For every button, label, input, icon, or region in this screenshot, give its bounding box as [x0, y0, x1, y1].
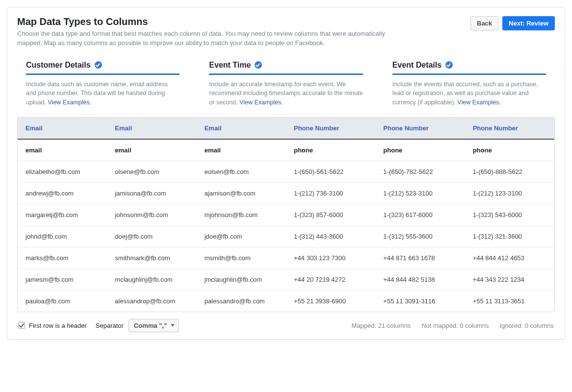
table-cell: 1-(323) 543-6000 — [465, 204, 554, 225]
view-examples-link[interactable]: View Examples. — [239, 99, 283, 106]
column-type-header[interactable]: Phone Number — [286, 118, 375, 139]
card-description: Include data such as customer name, emai… — [26, 80, 180, 107]
column-type-header[interactable]: Phone Number — [465, 118, 554, 139]
table-cell: +44 844 482 5138 — [375, 269, 465, 290]
table-cell: 1-(212) 123-3100 — [465, 182, 554, 204]
source-header-row: email email email phone phone phone — [18, 139, 554, 161]
separator-wrap: Separator Comma "," — [96, 319, 179, 332]
table-cell: 1-(650)-888-5622 — [465, 161, 554, 182]
table-cell: palessandro@fb.com — [197, 290, 286, 312]
view-examples-link[interactable]: View Examples. — [457, 99, 501, 106]
card-description: Include the events that occurred, such a… — [392, 80, 546, 107]
mapping-table: Email Email Email Phone Number Phone Num… — [18, 118, 554, 312]
info-cards-row: Customer Details Include data such as cu… — [17, 57, 555, 117]
table-row: jamesm@fb.commclaughlinj@fb.comjmclaughl… — [18, 269, 554, 290]
separator-value: Comma "," — [134, 322, 167, 329]
header-text: Map Data Types to Columns Choose the dat… — [17, 16, 390, 48]
table-row: elizabetho@fb.comolsene@fb.comeolsen@fb.… — [18, 161, 554, 182]
table-row: andrewj@fb.comjamisona@fb.comajamison@fb… — [18, 182, 554, 204]
table-cell: smithmark@fb.com — [107, 247, 196, 269]
table-cell: mjohnson@fb.com — [197, 204, 286, 225]
table-cell: 1-(212) 736-3100 — [286, 182, 375, 204]
table-cell: jamesm@fb.com — [18, 269, 107, 290]
mapped-type-header-row: Email Email Email Phone Number Phone Num… — [18, 118, 554, 139]
table-cell: +55 11 3091-3116 — [375, 290, 465, 312]
view-examples-link[interactable]: View Examples. — [48, 99, 92, 106]
ignored-count: Ignored: 0 columns — [499, 322, 554, 329]
table-cell: jamisona@fb.com — [107, 182, 196, 204]
next-review-button[interactable]: Next: Review — [502, 16, 555, 30]
table-cell: johnsonm@fb.com — [107, 204, 196, 225]
table-cell: +44 871 663 1678 — [375, 247, 465, 269]
table-cell: 1-(650)-782-5622 — [375, 161, 465, 182]
table-row: pauloa@fb.comalessandrop@fb.compalessand… — [18, 290, 554, 312]
table-cell: doej@fb.com — [107, 225, 196, 247]
source-header-cell: email — [107, 139, 196, 161]
header-buttons: Back Next: Review — [470, 16, 555, 30]
card-title-row: Event Time — [209, 61, 363, 75]
table-cell: mclaughlinj@fb.com — [107, 269, 196, 290]
table-cell: 1-(323) 617-6000 — [375, 204, 465, 225]
column-type-header[interactable]: Email — [18, 118, 107, 139]
source-header-cell: email — [197, 139, 286, 161]
check-icon — [255, 61, 262, 69]
check-icon — [445, 61, 453, 69]
table-cell: eolsen@fb.com — [197, 161, 286, 182]
source-header-cell: phone — [465, 139, 554, 161]
table-cell: jdoe@fb.com — [197, 225, 286, 247]
source-header-cell: phone — [286, 139, 375, 161]
card-title: Event Time — [209, 61, 251, 70]
source-header-cell: phone — [375, 139, 465, 161]
table-cell: jmclaughlin@fb.com — [197, 269, 286, 290]
card-title: Customer Details — [26, 61, 91, 70]
checkbox-icon — [18, 322, 25, 329]
table-cell: +44 20 7219 4272 — [286, 269, 375, 290]
page-title: Map Data Types to Columns — [17, 16, 390, 27]
first-row-header-label: First row is a header — [29, 322, 87, 329]
table-cell: elizabetho@fb.com — [18, 161, 107, 182]
column-type-header[interactable]: Email — [197, 118, 286, 139]
separator-select[interactable]: Comma "," — [129, 319, 179, 332]
card-desc-text: Include data such as customer name, emai… — [26, 81, 168, 106]
table-row: marks@fb.comsmithmark@fb.commsmith@fb.co… — [18, 247, 554, 269]
table-cell: ajamison@fb.com — [197, 182, 286, 204]
table-cell: pauloa@fb.com — [18, 290, 107, 312]
mapping-table-wrap: Email Email Email Phone Number Phone Num… — [17, 117, 555, 312]
table-row: margaretj@fb.comjohnsonm@fb.commjohnson@… — [18, 204, 554, 225]
back-button[interactable]: Back — [470, 16, 498, 30]
table-cell: 1-(650)-561-5622 — [286, 161, 375, 182]
footer-right: Mapped: 21 columns Not mapped: 0 columns… — [351, 322, 554, 329]
mapped-count: Mapped: 21 columns — [351, 322, 411, 329]
footer-left: First row is a header Separator Comma ",… — [18, 319, 179, 332]
card-event-time: Event Time Include an accurate timestamp… — [209, 61, 363, 107]
column-type-header[interactable]: Email — [107, 118, 196, 139]
table-cell: johnd@fb.com — [18, 225, 107, 247]
table-cell: marks@fb.com — [18, 247, 107, 269]
map-columns-panel: Map Data Types to Columns Choose the dat… — [7, 7, 565, 340]
not-mapped-count: Not mapped: 0 columns — [421, 322, 489, 329]
card-description: Include an accurate timestamp for each e… — [209, 80, 363, 107]
table-cell: 1-(212) 523-3100 — [375, 182, 465, 204]
check-icon — [95, 61, 102, 69]
first-row-header-checkbox-wrap[interactable]: First row is a header — [18, 322, 87, 329]
card-title: Event Details — [392, 61, 442, 70]
card-desc-text: Include an accurate timestamp for each e… — [209, 81, 363, 106]
table-body: email email email phone phone phone eliz… — [18, 139, 554, 312]
column-type-header[interactable]: Phone Number — [375, 118, 465, 139]
card-event-details: Event Details Include the events that oc… — [392, 61, 546, 107]
table-cell: +44 343 222 1234 — [465, 269, 554, 290]
table-cell: 1-(323) 857-6000 — [286, 204, 375, 225]
table-row: johnd@fb.comdoej@fb.comjdoe@fb.com1-(312… — [18, 225, 554, 247]
card-title-row: Event Details — [392, 61, 546, 75]
panel-header: Map Data Types to Columns Choose the dat… — [17, 16, 555, 48]
page-description: Choose the data type and format that bes… — [17, 29, 390, 48]
table-cell: 1-(312) 443-3600 — [286, 225, 375, 247]
chevron-down-icon — [171, 324, 175, 327]
table-cell: +55 21 3938-6900 — [286, 290, 375, 312]
table-cell: margaretj@fb.com — [18, 204, 107, 225]
table-cell: 1-(312) 555-3600 — [375, 225, 465, 247]
table-cell: alessandrop@fb.com — [107, 290, 196, 312]
source-header-cell: email — [18, 139, 107, 161]
card-title-row: Customer Details — [26, 61, 180, 75]
separator-label: Separator — [96, 322, 124, 329]
